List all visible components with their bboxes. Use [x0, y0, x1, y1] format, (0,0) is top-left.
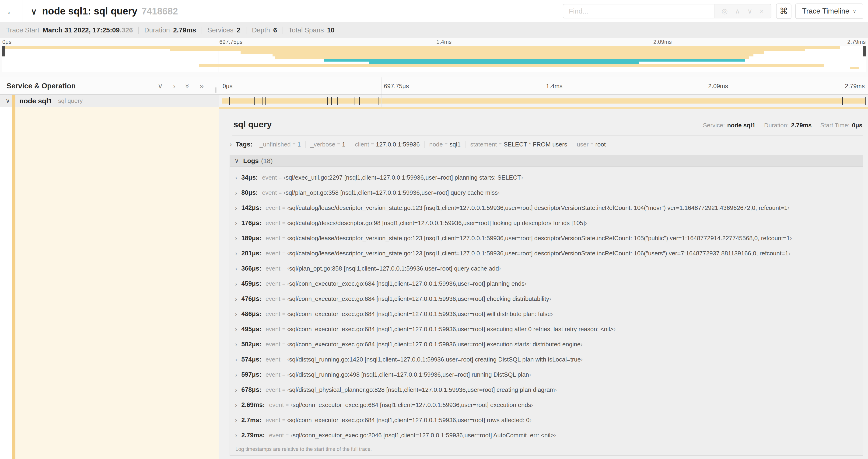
equals-sign: =: [282, 357, 285, 363]
ruler-tick-label: 697.75μs: [384, 83, 409, 90]
open-quote: ‹: [287, 341, 289, 348]
collapse-deep-icon[interactable]: »: [184, 84, 191, 88]
chevron-right-icon: ›: [235, 174, 237, 182]
keyboard-shortcuts-button[interactable]: ⌘: [776, 3, 792, 19]
span-detail-header[interactable]: sql query Service:node sql1Duration:2.79…: [219, 109, 868, 129]
log-marker-tick: [337, 97, 338, 105]
top-bar: ← ∨ node sql1: sql query 7418682 ◎∧∨× ⌘ …: [0, 0, 868, 22]
back-button[interactable]: ←: [0, 0, 22, 22]
chevron-right-icon: ›: [235, 295, 237, 303]
log-marker-tick: [842, 97, 843, 105]
equals-sign: =: [499, 141, 502, 147]
span-meta-item: Duration:2.79ms: [755, 122, 812, 129]
log-row[interactable]: ›201μs:event=‹sql/catalog/lease/descript…: [230, 246, 863, 261]
open-quote: ‹: [283, 174, 286, 181]
log-row[interactable]: ›2.7ms:event=‹sql/conn_executor_exec.go:…: [230, 413, 863, 428]
logs-label: Logs: [243, 157, 259, 165]
tag-item[interactable]: node=sql1: [425, 141, 465, 148]
minimap-right-scrubber[interactable]: [863, 46, 866, 57]
log-value: sql/plan_opt.go:358 [nsql1,client=127.0.…: [286, 189, 498, 196]
span-row[interactable]: ∨ node sql1 sql query: [0, 95, 868, 107]
trace-collapse-icon[interactable]: ∨: [31, 7, 37, 17]
equals-sign: =: [282, 387, 285, 393]
log-value: sql/conn_executor_exec.go:2046 [nsql1,cl…: [292, 432, 554, 439]
log-field-name: event: [262, 189, 277, 196]
log-timestamp: 502μs:: [241, 341, 261, 348]
log-row[interactable]: ›574μs:event=‹sql/distsql_running.go:142…: [230, 352, 863, 367]
log-row[interactable]: ›2.69ms:event=‹sql/conn_executor_exec.go…: [230, 397, 863, 413]
equals-sign: =: [279, 190, 282, 196]
log-row[interactable]: ›80μs:event=‹sql/plan_opt.go:358 [nsql1,…: [230, 185, 863, 200]
expand-one-icon[interactable]: ›: [173, 83, 176, 90]
trace-id: 7418682: [142, 6, 178, 17]
open-quote: ‹: [287, 265, 289, 272]
summary-item-label: Trace Start: [6, 26, 39, 34]
prev-result-icon[interactable]: ∧: [735, 8, 740, 15]
tag-item[interactable]: client=127.0.0.1:59936: [350, 141, 425, 148]
open-quote: ‹: [287, 386, 289, 393]
log-row[interactable]: ›495μs:event=‹sql/conn_executor_exec.go:…: [230, 322, 863, 337]
view-selector-button[interactable]: Trace Timeline ∨: [795, 3, 863, 19]
chevron-right-icon: ›: [235, 341, 237, 348]
clear-find-icon[interactable]: ×: [760, 8, 764, 15]
selected-row-left-panel: [0, 107, 219, 459]
logs-header[interactable]: ∨ Logs (18): [230, 155, 863, 167]
tag-value: SELECT * FROM users: [503, 141, 567, 148]
close-quote: ›: [499, 265, 501, 272]
span-row-track[interactable]: [219, 95, 868, 107]
log-marker-tick: [865, 97, 866, 105]
tag-item[interactable]: _verbose=1: [305, 141, 350, 148]
equals-sign: =: [282, 281, 285, 287]
tag-item[interactable]: _unfinished=1: [255, 141, 305, 148]
log-row[interactable]: ›502μs:event=‹sql/conn_executor_exec.go:…: [230, 337, 863, 352]
logs-count: (18): [261, 157, 273, 165]
logs-section: ∨ Logs (18) ›34μs:event=‹sql/exec_util.g…: [229, 155, 863, 456]
log-row[interactable]: ›459μs:event=‹sql/conn_executor_exec.go:…: [230, 276, 863, 291]
tag-item[interactable]: statement=SELECT * FROM users: [465, 141, 572, 148]
open-quote: ‹: [287, 220, 289, 227]
span-row-label[interactable]: ∨ node sql1 sql query: [0, 95, 219, 107]
next-result-icon[interactable]: ∨: [747, 8, 752, 15]
timeline-minimap[interactable]: [2, 46, 866, 72]
log-row[interactable]: ›2.79ms:event=‹sql/conn_executor_exec.go…: [230, 428, 863, 443]
tag-item[interactable]: user=root: [572, 141, 611, 148]
log-row[interactable]: ›597μs:event=‹sql/distsql_running.go:498…: [230, 367, 863, 382]
span-collapse-icon[interactable]: ∨: [6, 97, 10, 104]
log-value: sql/distsql_running.go:498 [nsql1,client…: [289, 371, 529, 378]
log-row[interactable]: ›366μs:event=‹sql/plan_opt.go:358 [nsql1…: [230, 261, 863, 276]
span-detail-meta: Service:node sql1Duration:2.79msStart Ti…: [703, 122, 863, 129]
column-resize-grip[interactable]: [215, 88, 217, 93]
close-quote: ›: [551, 310, 553, 318]
log-marker-tick: [328, 97, 328, 105]
minimap-span-row: [2, 67, 866, 69]
minimap-span-bar: [850, 67, 859, 69]
find-input[interactable]: [563, 4, 714, 19]
log-row[interactable]: ›486μs:event=‹sql/conn_executor_exec.go:…: [230, 306, 863, 322]
equals-sign: =: [282, 417, 285, 423]
log-row[interactable]: ›176μs:event=‹sql/catalog/descs/descript…: [230, 216, 863, 231]
log-row[interactable]: ›34μs:event=‹sql/exec_util.go:2297 [nsql…: [230, 170, 863, 185]
log-row[interactable]: ›476μs:event=‹sql/conn_executor_exec.go:…: [230, 291, 863, 306]
summary-item-label: Total Spans: [288, 26, 324, 34]
open-quote: ‹: [287, 280, 289, 287]
log-marker-tick: [354, 97, 354, 105]
locate-icon[interactable]: ◎: [722, 8, 728, 15]
log-value: sql/catalog/descs/descriptor.go:98 [nsql…: [289, 220, 585, 227]
span-detail-panel: sql query Service:node sql1Duration:2.79…: [219, 107, 868, 459]
log-row[interactable]: ›142μs:event=‹sql/catalog/lease/descript…: [230, 200, 863, 216]
log-row[interactable]: ›678μs:event=‹sql/distsql_physical_plann…: [230, 382, 863, 397]
minimap-left-scrubber[interactable]: [2, 46, 5, 57]
log-timestamp: 486μs:: [241, 310, 261, 318]
span-meta-item: Start Time:0μs: [811, 122, 862, 129]
log-timestamp: 80μs:: [241, 189, 258, 196]
log-field-name: event: [266, 326, 280, 333]
tags-row[interactable]: › Tags: _unfinished=1_verbose=1client=12…: [219, 136, 868, 150]
expand-all-icon[interactable]: »: [200, 83, 204, 90]
log-timestamp: 574μs:: [241, 356, 261, 363]
equals-sign: =: [292, 141, 296, 147]
log-row[interactable]: ›189μs:event=‹sql/catalog/lease/descript…: [230, 231, 863, 246]
collapse-all-icon[interactable]: ∨: [158, 83, 163, 90]
chevron-down-icon: ∨: [235, 157, 239, 164]
log-field-name: event: [266, 250, 280, 257]
find-controls: ◎∧∨×: [714, 4, 771, 19]
